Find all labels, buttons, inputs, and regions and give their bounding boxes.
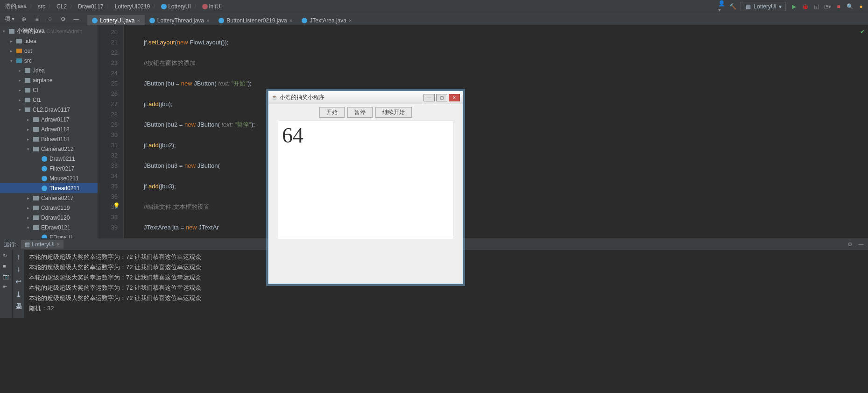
close-icon[interactable]: × [137, 18, 140, 23]
stop-icon[interactable]: ■ [835, 3, 842, 10]
tree-draw0211[interactable]: Draw0211 [0, 154, 98, 164]
ide-settings-icon[interactable]: ● [858, 3, 864, 10]
class-icon [302, 18, 307, 23]
tab-lotteryui[interactable]: LotteryUI.java× [87, 15, 144, 25]
expand-icon[interactable]: ≡ [33, 15, 41, 23]
tree-edrawui[interactable]: EDrawUI [0, 232, 98, 238]
exit-icon[interactable]: ⇤ [3, 284, 9, 290]
user-icon[interactable]: 👤▾ [718, 3, 725, 10]
breadcrumb-method[interactable]: initUI [201, 3, 223, 10]
editor-toolbar: 项 ▾ ⊕ ≡ ≑ ⚙ — LotteryUI.java× LotteryThr… [0, 13, 868, 25]
chevron-right-icon: 〉 [153, 2, 158, 10]
dropdown-icon: ▾ [779, 3, 782, 10]
check-icon: ✔ [860, 28, 865, 35]
tree-airplane[interactable]: ▸airplane [0, 75, 98, 85]
run-actions-2: ↑ ↓ ↩ ⤓ 🖶 [12, 250, 24, 318]
app-window: ☕ 小浩的抽奖小程序 — ▢ ✕ 开始 暂停 继续开始 64 [268, 91, 463, 284]
scroll-icon[interactable]: ⤓ [15, 290, 21, 299]
up-icon[interactable]: ↑ [17, 253, 21, 261]
breadcrumb-draw[interactable]: Draw0117 [77, 3, 105, 10]
run-label: 运行: [4, 241, 16, 249]
rerun-icon[interactable]: ↻ [3, 253, 9, 259]
breadcrumb-class[interactable]: LotteryUI [160, 3, 192, 10]
breadcrumb-root[interactable]: 浩的java [4, 2, 28, 11]
start-button[interactable]: 开始 [319, 107, 345, 118]
minimize-button[interactable]: — [423, 94, 435, 101]
result-textarea[interactable]: 64 [278, 121, 453, 239]
print-icon[interactable]: 🖶 [15, 302, 22, 311]
tree-src[interactable]: ▾src [0, 56, 98, 65]
tree-cl1[interactable]: ▸Cl1 [0, 95, 98, 105]
hide-icon[interactable]: — [72, 15, 80, 23]
gear-icon[interactable]: ⚙ [59, 15, 67, 23]
maximize-button[interactable]: ▢ [436, 94, 447, 101]
close-icon[interactable]: × [289, 18, 292, 23]
tree-root[interactable]: ▾小浩的javaC:\Users\Admin [0, 26, 98, 36]
hammer-icon[interactable]: 🔨 [729, 3, 736, 10]
tree-cdraw0119[interactable]: ▸Cdraw0119 [0, 203, 98, 213]
breadcrumb: 浩的java 〉 src 〉 CL2 〉 Draw0117 〉 LotteryU… [4, 2, 223, 11]
tree-out[interactable]: ▸out [0, 46, 98, 56]
down-icon[interactable]: ↓ [17, 265, 21, 273]
chevron-right-icon: 〉 [70, 2, 75, 10]
app-titlebar[interactable]: ☕ 小浩的抽奖小程序 — ▢ ✕ [268, 91, 463, 104]
chevron-right-icon: 〉 [194, 2, 199, 10]
wrap-icon[interactable]: ↩ [15, 277, 21, 286]
pause-button[interactable]: 暂停 [347, 107, 373, 118]
tree-adraw0117[interactable]: ▸Adraw0117 [0, 114, 98, 124]
tree-filter0217[interactable]: Filter0217 [0, 164, 98, 173]
class-icon [92, 18, 98, 23]
tree-src-idea[interactable]: ▸.idea [0, 65, 98, 75]
hide-icon[interactable]: — [858, 241, 864, 248]
app-title: 小浩的抽奖小程序 [280, 93, 325, 101]
breadcrumb-cl2[interactable]: CL2 [55, 3, 68, 10]
console-line: 本轮的超级超级大奖的幸运数字为：72 让我们恭喜这位幸运观众 [29, 293, 863, 303]
tree-mouse0211[interactable]: Mouse0211 [0, 173, 98, 183]
tree-thread0211[interactable]: Thread0211 [0, 183, 98, 193]
breadcrumb-src[interactable]: src [36, 3, 47, 10]
class-icon [161, 4, 167, 9]
console-line: 本轮的超级超级大奖的幸运数字为：72 让我们恭喜这位幸运观众 [29, 283, 863, 293]
tree-camera0212[interactable]: ▾Camera0212 [0, 144, 98, 154]
tree-draw[interactable]: ▾CL2.Draw0117 [0, 105, 98, 114]
tree-camera0217[interactable]: ▸Camera0217 [0, 193, 98, 203]
project-tree[interactable]: ▾小浩的javaC:\Users\Admin ▸.idea ▸out ▾src … [0, 25, 98, 238]
close-icon[interactable]: × [206, 18, 209, 23]
tree-ddraw0120[interactable]: ▸Ddraw0120 [0, 213, 98, 222]
collapse-icon[interactable]: ≑ [46, 15, 54, 23]
resume-button[interactable]: 继续开始 [375, 107, 412, 118]
intention-bulb-icon[interactable]: 💡 [113, 202, 120, 209]
tree-adraw0118[interactable]: ▸Adraw0118 [0, 124, 98, 134]
tab-buttonlistener[interactable]: ButtonListener0219.java× [214, 15, 297, 25]
tab-jtextarea[interactable]: JTextArea.java× [297, 15, 356, 25]
tab-lotterythread[interactable]: LotteryThread.java× [145, 15, 214, 25]
tree-edraw0121[interactable]: ▾EDraw0121 [0, 222, 98, 232]
navigation-bar: 浩的java 〉 src 〉 CL2 〉 Draw0117 〉 LotteryU… [0, 0, 868, 13]
run-icon[interactable]: ▶ [790, 3, 797, 10]
profile-icon[interactable]: ◔▾ [824, 3, 831, 10]
run-config-icon: ▦ [745, 3, 751, 10]
target-icon[interactable]: ⊕ [20, 15, 28, 23]
chevron-right-icon: 〉 [106, 2, 112, 10]
coverage-icon[interactable]: ◱ [813, 3, 819, 10]
code-editor[interactable]: 2021222324252627282930313233343536373839… [98, 25, 868, 238]
run-tab[interactable]: ▦ LotteryUI × [21, 240, 64, 249]
class-icon [149, 18, 155, 23]
class-icon [219, 18, 224, 23]
stop-icon[interactable]: ■ [3, 263, 9, 270]
camera-icon[interactable]: 📷 [3, 273, 9, 280]
debug-icon[interactable]: 🐞 [802, 3, 808, 10]
search-icon[interactable]: 🔍 [847, 3, 853, 10]
breadcrumb-pkg[interactable]: LotteryUI0219 [113, 3, 151, 10]
editor-tabs: LotteryUI.java× LotteryThread.java× Butt… [87, 13, 356, 25]
close-button[interactable]: ✕ [449, 94, 460, 101]
gear-icon[interactable]: ⚙ [847, 241, 853, 248]
tree-bdraw0118[interactable]: ▸Bdraw0118 [0, 134, 98, 144]
tree-cl[interactable]: ▸Cl [0, 85, 98, 95]
tree-idea[interactable]: ▸.idea [0, 36, 98, 46]
close-icon[interactable]: × [56, 241, 60, 248]
close-icon[interactable]: × [349, 18, 352, 23]
run-config-selector[interactable]: ▦ LotteryUI ▾ [741, 2, 786, 11]
run-actions: ↻ ■ 📷 ⇤ [0, 250, 12, 318]
code-content[interactable]: jf.setLayout(new FlowLayout()); //按钮在窗体的… [124, 25, 868, 238]
